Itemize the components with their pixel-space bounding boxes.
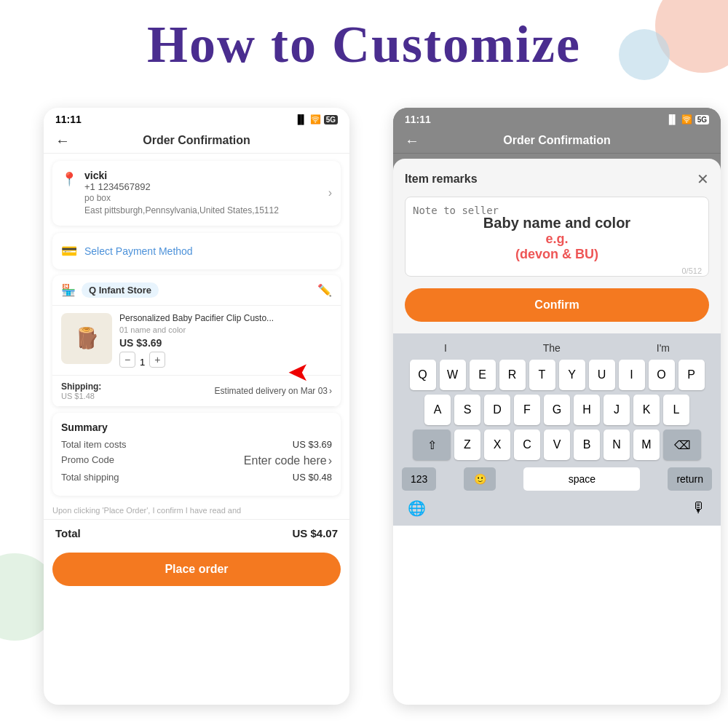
key-i[interactable]: I — [619, 360, 645, 390]
suggestion-im[interactable]: I'm — [657, 342, 670, 354]
qty-increase[interactable]: + — [149, 352, 165, 368]
keyboard-row-4: 123 🙂 space return — [396, 464, 718, 496]
red-arrow-pointer: ➤ — [288, 357, 309, 387]
left-status-icons: ▐▌ 🛜 5G — [295, 114, 338, 124]
keyboard-suggestions: I The I'm — [396, 339, 718, 360]
key-d[interactable]: D — [484, 395, 510, 425]
char-count: 0/512 — [681, 266, 702, 275]
right-status-time: 11:11 — [405, 114, 431, 125]
keyboard-row-3: ⇧ Z X C V B N M ⌫ — [396, 430, 718, 460]
key-q[interactable]: Q — [410, 360, 436, 390]
left-promo-link[interactable]: Enter code here › — [244, 454, 332, 467]
left-address-arrow[interactable]: › — [328, 186, 332, 199]
mic-key[interactable]: 🎙 — [692, 499, 706, 517]
return-key[interactable]: return — [668, 467, 712, 491]
place-order-button[interactable]: Place order — [52, 553, 341, 586]
key-h[interactable]: H — [574, 395, 600, 425]
key-o[interactable]: O — [649, 360, 675, 390]
qty-value: 1 — [140, 357, 145, 368]
key-z[interactable]: Z — [454, 430, 480, 460]
left-back-button[interactable]: ← — [55, 132, 70, 149]
left-store-name: Q Infant Store — [82, 282, 159, 298]
left-store-name-row: 🏪 Q Infant Store — [61, 282, 159, 298]
qty-decrease[interactable]: − — [119, 352, 135, 368]
left-shipping-summary-row: Total shipping US $0.48 — [61, 472, 332, 483]
left-summary-section: Summary Total item costs US $3.69 Promo … — [52, 413, 341, 496]
left-address-phone: +1 1234567892 — [84, 181, 321, 192]
key-k[interactable]: K — [633, 395, 660, 425]
left-total-shipping-label: Total shipping — [61, 472, 119, 483]
key-r[interactable]: R — [499, 360, 526, 390]
key-b[interactable]: B — [574, 430, 600, 460]
key-p[interactable]: P — [678, 360, 705, 390]
keyboard: I The I'm Q W E R T Y U I O P A S D F G … — [393, 333, 721, 526]
right-nav-title: Order Confirmation — [503, 134, 611, 147]
left-nav-bar: ← Order Confirmation — [44, 128, 349, 154]
key-u[interactable]: U — [589, 360, 615, 390]
key-j[interactable]: J — [604, 395, 630, 425]
confirm-button[interactable]: Confirm — [405, 288, 709, 322]
right-top-area: 11:11 ▐▌ 🛜 5G ← Order Confirmation 📍 vic… — [393, 108, 721, 333]
right-back-button[interactable]: ← — [405, 132, 419, 149]
left-status-time: 11:11 — [55, 114, 82, 125]
left-total-item-label: Total item costs — [61, 439, 127, 450]
delete-key[interactable]: ⌫ — [663, 430, 701, 460]
right-phone-screenshot: 11:11 ▐▌ 🛜 5G ← Order Confirmation 📍 vic… — [393, 108, 721, 705]
key-a[interactable]: A — [424, 395, 451, 425]
network-icon: 5G — [324, 115, 338, 124]
key-e[interactable]: E — [470, 360, 496, 390]
left-payment-row[interactable]: 💳 Select Payment Method — [52, 233, 341, 269]
store-icon: 🏪 — [61, 283, 76, 297]
right-signal-icon: ▐▌ — [666, 114, 678, 124]
remarks-title: Item remarks — [405, 173, 478, 186]
emoji-key[interactable]: 🙂 — [464, 467, 496, 491]
key-t[interactable]: T — [529, 360, 555, 390]
left-address-text: vicki +1 1234567892 po box East pittsbur… — [84, 170, 321, 217]
space-key[interactable]: space — [523, 467, 640, 491]
key-s[interactable]: S — [454, 395, 480, 425]
left-disclaimer: Upon clicking 'Place Order', I confirm I… — [44, 502, 349, 519]
shift-key[interactable]: ⇧ — [413, 430, 451, 460]
suggestion-the[interactable]: The — [543, 342, 561, 354]
left-status-bar: 11:11 ▐▌ 🛜 5G — [44, 108, 349, 128]
suggestion-i[interactable]: I — [444, 342, 447, 354]
page-title: How to Customize — [0, 15, 728, 75]
key-v[interactable]: V — [544, 430, 570, 460]
key-n[interactable]: N — [604, 430, 630, 460]
right-wifi-icon: 🛜 — [681, 114, 692, 124]
left-shipping-cost: US $1.48 — [61, 392, 101, 400]
left-total-label: Total — [55, 527, 81, 539]
left-total-item-value: US $3.69 — [293, 439, 332, 450]
globe-key[interactable]: 🌐 — [408, 499, 426, 517]
left-shipping-delivery: Estimated delivery on Mar 03 › — [215, 386, 332, 396]
left-store-header: 🏪 Q Infant Store ✏️ — [52, 275, 341, 306]
key-f[interactable]: F — [514, 395, 540, 425]
keyboard-row-1: Q W E R T Y U I O P — [396, 360, 718, 390]
left-phone-screenshot: 11:11 ▐▌ 🛜 5G ← Order Confirmation 📍 vic… — [44, 108, 349, 705]
left-edit-icon[interactable]: ✏️ — [317, 283, 332, 297]
left-product-variant: 01 name and color — [119, 325, 332, 334]
left-payment-label: Select Payment Method — [84, 245, 193, 257]
right-network-icon: 5G — [695, 115, 709, 124]
left-promo-label: Promo Code — [61, 454, 114, 467]
key-l[interactable]: L — [663, 395, 689, 425]
remarks-close-button[interactable]: ✕ — [697, 170, 709, 188]
remarks-hint: Baby name and color e.g. (devon & BU) — [483, 215, 630, 262]
left-nav-title: Order Confirmation — [143, 134, 250, 147]
left-address-name: vicki — [84, 170, 321, 181]
key-m[interactable]: M — [633, 430, 660, 460]
left-product-price: US $3.69 — [119, 337, 332, 349]
key-x[interactable]: X — [484, 430, 510, 460]
remarks-header: Item remarks ✕ — [405, 170, 709, 188]
left-address-row: 📍 vicki +1 1234567892 po box East pittsb… — [61, 170, 332, 217]
key-g[interactable]: G — [544, 395, 570, 425]
left-shipping-label: Shipping: — [61, 381, 101, 392]
right-nav-bar: ← Order Confirmation — [393, 128, 721, 154]
signal-icon: ▐▌ — [295, 114, 307, 124]
key-y[interactable]: Y — [559, 360, 585, 390]
key-w[interactable]: W — [440, 360, 466, 390]
keyboard-bottom-row: 🌐 🎙 — [396, 496, 718, 523]
num-key[interactable]: 123 — [402, 467, 436, 491]
item-remarks-panel: Item remarks ✕ Baby name and color e.g. … — [393, 159, 721, 333]
key-c[interactable]: C — [514, 430, 540, 460]
